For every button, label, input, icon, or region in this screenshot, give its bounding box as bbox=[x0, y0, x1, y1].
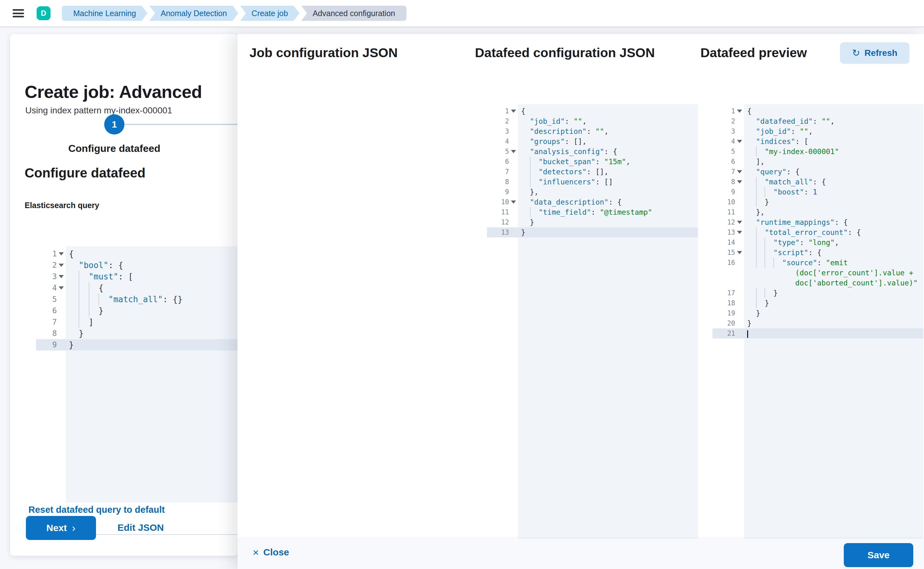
code-line: 4 "indices": [ bbox=[712, 136, 923, 146]
fold-arrow-icon[interactable] bbox=[59, 264, 64, 267]
close-icon: × bbox=[253, 547, 259, 558]
page-subtitle: Using index pattern my-index-000001 bbox=[25, 105, 172, 116]
page-title: Create job: Advanced bbox=[24, 81, 202, 102]
code-line: 7 "detectors": [], bbox=[487, 167, 698, 177]
code-line: doc['aborted_count'].value)" bbox=[712, 278, 923, 288]
close-button-label: Close bbox=[263, 547, 289, 558]
code-line: 5 "analysis_config": { bbox=[487, 146, 698, 157]
text-cursor bbox=[747, 330, 748, 338]
code-line: 7 ] bbox=[36, 316, 248, 328]
wizard-panel: Create job: Advanced Using index pattern… bbox=[10, 34, 237, 556]
elasticsearch-query-editor[interactable]: 1{2 "bool": {3 "must": [4 {5 "match_all"… bbox=[36, 246, 248, 503]
code-line: 19 } bbox=[712, 308, 923, 318]
code-line: 1{ bbox=[36, 248, 248, 260]
breadcrumb-create-job[interactable]: Create job bbox=[241, 6, 299, 21]
fold-arrow-icon[interactable] bbox=[737, 221, 742, 224]
fold-arrow-icon[interactable] bbox=[511, 110, 516, 113]
code-line: 13 "total_error_count": { bbox=[712, 227, 923, 237]
fold-arrow-icon[interactable] bbox=[737, 170, 742, 173]
close-button[interactable]: × Close bbox=[253, 547, 289, 558]
code-line: 1{ bbox=[487, 106, 698, 116]
code-line: 14 "type": "long", bbox=[712, 237, 923, 248]
code-line: 15 "script": { bbox=[712, 248, 923, 258]
chevron-right-icon: › bbox=[72, 522, 76, 533]
code-line: 10 "data_description": { bbox=[487, 197, 698, 207]
fold-arrow-icon[interactable] bbox=[59, 275, 64, 278]
section-heading: Configure datafeed bbox=[24, 166, 146, 181]
datafeed-config-editor[interactable]: 1{2 "datafeed_id": "",3 "job_id": "",4 "… bbox=[712, 104, 923, 564]
code-line: 2 "job_id": "", bbox=[487, 116, 698, 126]
fold-arrow-icon[interactable] bbox=[737, 251, 742, 254]
next-button-label: Next bbox=[46, 523, 67, 533]
step-connector-line bbox=[125, 124, 237, 125]
code-line: 4 { bbox=[36, 282, 248, 294]
code-line: (doc['error_count'].value + bbox=[712, 268, 923, 278]
fold-arrow-icon[interactable] bbox=[59, 286, 64, 289]
datafeed-preview-title: Datafeed preview bbox=[700, 46, 807, 60]
job-config-editor[interactable]: 1{2 "job_id": "",3 "description": "",4 "… bbox=[487, 104, 698, 564]
code-line: 11 }, bbox=[712, 207, 923, 217]
code-line: 11 "time_field": "@timestamp" bbox=[487, 207, 698, 217]
refresh-button[interactable]: ↻ Refresh bbox=[840, 42, 909, 64]
code-line: 20} bbox=[712, 318, 923, 329]
save-button[interactable]: Save bbox=[844, 543, 913, 567]
fold-arrow-icon[interactable] bbox=[737, 140, 742, 143]
code-line: 5 "my-index-000001" bbox=[712, 146, 923, 157]
code-line: 3 "description": "", bbox=[487, 126, 698, 136]
step-1-label: Configure datafeed bbox=[38, 143, 190, 154]
code-line: 4 "groups": [], bbox=[487, 136, 698, 146]
code-line: 8 } bbox=[36, 328, 248, 339]
fold-arrow-icon[interactable] bbox=[511, 201, 516, 204]
fold-arrow-icon[interactable] bbox=[737, 110, 742, 113]
code-line: 1{ bbox=[712, 106, 923, 116]
reset-datafeed-query-link[interactable]: Reset datafeed query to default bbox=[29, 505, 165, 515]
breadcrumb: Machine Learning Anomaly Detection Creat… bbox=[60, 6, 406, 21]
code-line: 8 "influencers": [] bbox=[487, 177, 698, 187]
breadcrumb-advanced-configuration: Advanced configuration bbox=[301, 6, 406, 21]
code-line: 2 "bool": { bbox=[36, 260, 248, 271]
code-line: 12 "runtime_mappings": { bbox=[712, 217, 923, 227]
fold-arrow-icon[interactable] bbox=[511, 150, 516, 153]
code-line: 7 "query": { bbox=[712, 167, 923, 177]
code-line: 12 } bbox=[487, 217, 698, 227]
code-line: 17 } bbox=[712, 288, 923, 298]
space-avatar[interactable]: D bbox=[37, 6, 50, 20]
code-line: 13} bbox=[487, 227, 698, 237]
code-line: 5 "match_all": {} bbox=[36, 294, 248, 305]
breadcrumb-machine-learning[interactable]: Machine Learning bbox=[62, 6, 148, 21]
edit-json-link[interactable]: Edit JSON bbox=[117, 522, 164, 533]
code-line: 2 "datafeed_id": "", bbox=[712, 116, 923, 126]
code-line: 6 } bbox=[36, 305, 248, 316]
code-line: 8 "match_all": { bbox=[712, 177, 923, 187]
code-line: 16 "source": "emit bbox=[712, 258, 923, 268]
datafeed-config-title: Datafeed configuration JSON bbox=[475, 46, 655, 60]
step-1-indicator[interactable]: 1 bbox=[104, 114, 125, 134]
fold-arrow-icon[interactable] bbox=[737, 231, 742, 234]
menu-icon[interactable] bbox=[13, 9, 24, 17]
refresh-button-label: Refresh bbox=[864, 48, 897, 58]
code-line: 10 } bbox=[712, 197, 923, 207]
code-line: 9 "boost": 1 bbox=[712, 187, 923, 197]
code-line: 3 "job_id": "", bbox=[712, 126, 923, 136]
fold-arrow-icon[interactable] bbox=[59, 252, 64, 256]
app-root: D Machine Learning Anomaly Detection Cre… bbox=[0, 0, 924, 569]
code-line: 18 } bbox=[712, 298, 923, 308]
code-line: 6 ], bbox=[712, 157, 923, 167]
code-line: 9 }, bbox=[487, 187, 698, 197]
code-line: 9} bbox=[36, 339, 248, 350]
next-button[interactable]: Next › bbox=[26, 516, 96, 540]
refresh-icon: ↻ bbox=[852, 48, 860, 58]
job-config-title: Job configuration JSON bbox=[250, 46, 397, 60]
top-header: D Machine Learning Anomaly Detection Cre… bbox=[0, 0, 924, 27]
elasticsearch-query-label: Elasticsearch query bbox=[24, 201, 99, 210]
code-line: 21 bbox=[712, 329, 923, 338]
flyout-footer: × Close Save bbox=[237, 539, 924, 569]
edit-json-flyout: Job configuration JSON Datafeed configur… bbox=[237, 34, 924, 569]
breadcrumb-anomaly-detection[interactable]: Anomaly Detection bbox=[149, 6, 238, 21]
code-line: 3 "must": [ bbox=[36, 271, 248, 282]
code-line: 6 "bucket_span": "15m", bbox=[487, 157, 698, 167]
fold-arrow-icon[interactable] bbox=[737, 180, 742, 183]
